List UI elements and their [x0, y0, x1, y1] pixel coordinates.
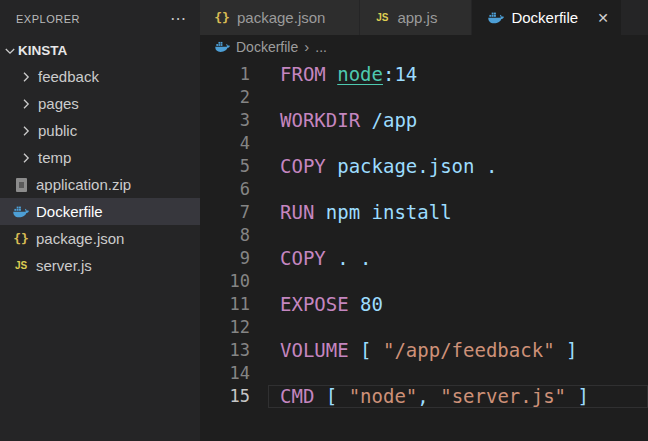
editor-area: {}package.jsonJSapp.jsDockerfile✕ Docker… — [200, 0, 648, 441]
code-line-text: EXPOSE 80 — [268, 293, 648, 316]
chevron-right-icon — [18, 149, 34, 167]
code-line-text — [268, 362, 648, 385]
line-number: 12 — [200, 316, 250, 339]
chevron-right-icon — [18, 122, 34, 140]
sidebar-item-label: Dockerfile — [36, 203, 103, 220]
docker-whale-icon — [12, 203, 30, 221]
sidebar-item-package-json[interactable]: {}package.json — [0, 225, 200, 252]
code-line[interactable]: 9COPY . . — [200, 247, 648, 270]
tab-label: package.json — [237, 9, 325, 26]
line-number: 15 — [200, 385, 250, 408]
line-number: 7 — [200, 201, 250, 224]
code-line-text — [268, 178, 648, 201]
code-line[interactable]: 6 — [200, 178, 648, 201]
line-number: 6 — [200, 178, 250, 201]
file-tree: feedbackpagespublictempapplication.zipDo… — [0, 63, 200, 279]
code-line-text: FROM node:14 — [268, 63, 648, 86]
sidebar-item-server-js[interactable]: JSserver.js — [0, 252, 200, 279]
sidebar-item-label: application.zip — [36, 176, 131, 193]
code-line[interactable]: 13VOLUME [ "/app/feedback" ] — [200, 339, 648, 362]
code-line[interactable]: 10 — [200, 270, 648, 293]
tab-dockerfile[interactable]: Dockerfile✕ — [472, 0, 621, 35]
line-number: 3 — [200, 109, 250, 132]
docker-whale-icon — [488, 10, 504, 26]
code-line-text — [268, 132, 648, 155]
code-line-text: WORKDIR /app — [268, 109, 648, 132]
code-line[interactable]: 5COPY package.json . — [200, 155, 648, 178]
chevron-right-icon — [18, 68, 34, 86]
code-line-text: CMD [ "node", "server.js" ] — [268, 385, 648, 408]
line-number: 5 — [200, 155, 250, 178]
zip-file-icon — [12, 176, 30, 194]
code-line-text — [268, 316, 648, 339]
code-line-text: COPY . . — [268, 247, 648, 270]
chevron-right-icon — [18, 95, 34, 113]
line-number: 10 — [200, 270, 250, 293]
line-number: 13 — [200, 339, 250, 362]
js-file-icon: JS — [12, 257, 30, 275]
code-line-text: VOLUME [ "/app/feedback" ] — [268, 339, 648, 362]
line-number: 14 — [200, 362, 250, 385]
code-editor[interactable]: 1FROM node:1423WORKDIR /app45COPY packag… — [200, 58, 648, 441]
breadcrumb-separator: › — [304, 38, 309, 55]
line-number: 11 — [200, 293, 250, 316]
line-number: 9 — [200, 247, 250, 270]
root-folder-label: KINSTA — [18, 43, 67, 58]
sidebar-item-label: server.js — [36, 257, 92, 274]
line-number: 8 — [200, 224, 250, 247]
explorer-title: EXPLORER — [16, 13, 80, 25]
code-line-text — [268, 224, 648, 247]
line-number: 4 — [200, 132, 250, 155]
code-line-text — [268, 86, 648, 109]
sidebar-item-public[interactable]: public — [0, 117, 200, 144]
code-line[interactable]: 4 — [200, 132, 648, 155]
sidebar-item-label: package.json — [36, 230, 124, 247]
docker-whale-icon — [215, 39, 230, 54]
code-line[interactable]: 3WORKDIR /app — [200, 109, 648, 132]
sidebar-item-label: pages — [38, 95, 79, 112]
sidebar-item-application-zip[interactable]: application.zip — [0, 171, 200, 198]
tab-label: app.js — [397, 9, 437, 26]
tab-package-json[interactable]: {}package.json — [200, 0, 360, 35]
code-line[interactable]: 1FROM node:14 — [200, 63, 648, 86]
line-number: 1 — [200, 63, 250, 86]
breadcrumb-file[interactable]: Dockerfile — [236, 39, 298, 55]
breadcrumb-more[interactable]: ... — [315, 39, 327, 55]
code-line-text: COPY package.json . — [268, 155, 648, 178]
sidebar-item-label: temp — [38, 149, 71, 166]
code-line[interactable]: 14 — [200, 362, 648, 385]
code-line[interactable]: 2 — [200, 86, 648, 109]
sidebar-item-temp[interactable]: temp — [0, 144, 200, 171]
code-line-text: RUN npm install — [268, 201, 648, 224]
sidebar-item-label: feedback — [38, 68, 99, 85]
explorer-header: EXPLORER ⋯ — [0, 0, 200, 38]
code-line-text — [268, 270, 648, 293]
tab-bar: {}package.jsonJSapp.jsDockerfile✕ — [200, 0, 648, 35]
sidebar-item-dockerfile[interactable]: Dockerfile — [0, 198, 200, 225]
close-icon[interactable]: ✕ — [597, 10, 609, 26]
more-actions-icon[interactable]: ⋯ — [170, 11, 186, 27]
code-line[interactable]: 15CMD [ "node", "server.js" ] — [200, 385, 648, 408]
js-file-icon: JS — [374, 10, 390, 26]
code-line[interactable]: 11EXPOSE 80 — [200, 293, 648, 316]
sidebar-root-kinsta[interactable]: KINSTA — [0, 38, 200, 63]
sidebar-item-feedback[interactable]: feedback — [0, 63, 200, 90]
line-number: 2 — [200, 86, 250, 109]
breadcrumb: Dockerfile › ... — [200, 35, 648, 58]
tab-app-js[interactable]: JSapp.js — [360, 0, 472, 35]
code-line[interactable]: 8 — [200, 224, 648, 247]
code-line[interactable]: 12 — [200, 316, 648, 339]
sidebar-item-pages[interactable]: pages — [0, 90, 200, 117]
vscode-window: EXPLORER ⋯ KINSTA feedbackpagespublictem… — [0, 0, 648, 441]
code-line[interactable]: 7RUN npm install — [200, 201, 648, 224]
json-braces-icon: {} — [214, 10, 230, 26]
tab-label: Dockerfile — [511, 9, 578, 26]
sidebar-item-label: public — [38, 122, 77, 139]
json-braces-icon: {} — [12, 230, 30, 248]
chevron-down-icon — [2, 43, 18, 59]
explorer-sidebar: EXPLORER ⋯ KINSTA feedbackpagespublictem… — [0, 0, 200, 441]
